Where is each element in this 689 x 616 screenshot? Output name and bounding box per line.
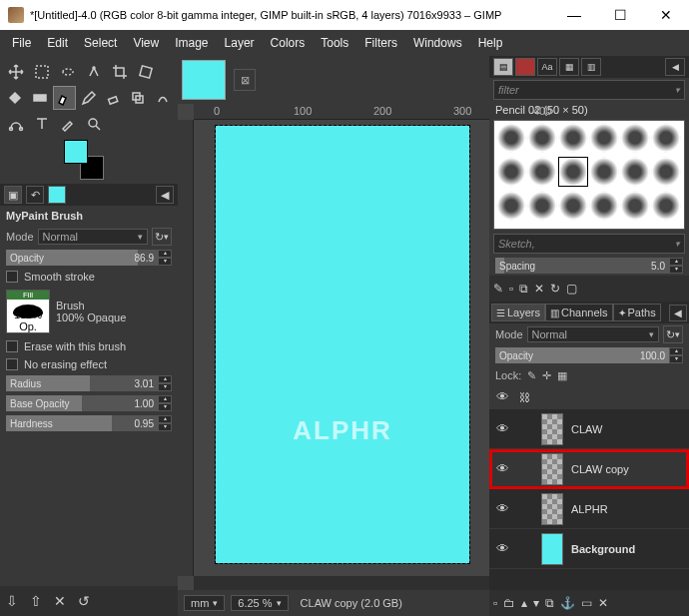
brush-cell[interactable] xyxy=(527,123,557,153)
menu-layer[interactable]: Layer xyxy=(217,32,263,54)
gradient-tool[interactable] xyxy=(29,86,52,110)
path-tool[interactable] xyxy=(4,112,28,136)
eraser-tool[interactable] xyxy=(102,86,125,110)
brush-cell[interactable] xyxy=(589,191,619,221)
brush-dock-menu[interactable]: ◀ xyxy=(665,58,685,76)
brush-cell[interactable] xyxy=(651,157,681,187)
eye-icon[interactable]: 👁 xyxy=(493,501,511,516)
layer-name[interactable]: ALPHR xyxy=(571,503,608,515)
image-tab-close[interactable]: ⊠ xyxy=(234,69,256,91)
brush-cell[interactable] xyxy=(496,157,526,187)
brush-cell[interactable] xyxy=(558,123,588,153)
brushes-tab[interactable]: ▤ xyxy=(493,58,513,76)
zoom-tool[interactable] xyxy=(82,112,106,136)
layers-dock-menu[interactable]: ◀ xyxy=(669,305,687,321)
brush-cell[interactable] xyxy=(620,191,650,221)
lock-pixels-icon[interactable]: ✎ xyxy=(527,369,536,382)
dup-layer-button[interactable]: ⧉ xyxy=(545,596,554,610)
brush-cell[interactable] xyxy=(589,157,619,187)
open-brush-button[interactable]: ▢ xyxy=(566,282,577,296)
layer-name[interactable]: CLAW copy xyxy=(571,463,629,475)
patterns-tab[interactable] xyxy=(515,58,535,76)
save-preset-button[interactable]: ⇩ xyxy=(6,593,18,609)
mode-reset-button[interactable]: ↻▾ xyxy=(152,228,172,246)
fg-color-swatch[interactable] xyxy=(64,140,88,164)
canvas[interactable]: ALPHR xyxy=(216,126,469,563)
restore-preset-button[interactable]: ⇧ xyxy=(30,593,42,609)
gradients-tab[interactable]: ▥ xyxy=(581,58,601,76)
clone-tool[interactable] xyxy=(127,86,150,110)
bucket-tool[interactable] xyxy=(4,86,27,110)
unit-select[interactable]: mm▾ xyxy=(184,595,225,611)
merge-layer-button[interactable]: ⚓ xyxy=(560,596,575,610)
spacing-slider[interactable]: Spacing5.0 xyxy=(495,258,669,274)
brush-cell[interactable] xyxy=(558,191,588,221)
text-tool[interactable] xyxy=(30,112,54,136)
layer-mode-select[interactable]: Normal▾ xyxy=(527,326,659,342)
layers-tab[interactable]: ☰Layers xyxy=(491,304,545,321)
history-tab[interactable]: ▦ xyxy=(559,58,579,76)
brush-tag-select[interactable]: Sketch,▾ xyxy=(493,234,685,254)
brush-cell[interactable] xyxy=(589,123,619,153)
menu-edit[interactable]: Edit xyxy=(39,32,76,54)
ruler-horizontal[interactable]: 0100200300400 xyxy=(194,104,489,120)
layer-name[interactable]: CLAW xyxy=(571,423,602,435)
opacity-slider[interactable]: Opacity 86.9 xyxy=(6,250,158,266)
mypaint-brush-tool[interactable] xyxy=(53,86,76,110)
del-brush-button[interactable]: ✕ xyxy=(534,282,544,296)
brush-cell[interactable] xyxy=(651,123,681,153)
minimize-button[interactable]: — xyxy=(551,0,597,30)
brush-cell[interactable] xyxy=(620,157,650,187)
fonts-tab[interactable]: Aa xyxy=(537,58,557,76)
new-brush-button[interactable]: ▫ xyxy=(509,282,513,296)
smooth-stroke-checkbox[interactable]: Smooth stroke xyxy=(0,268,178,286)
delete-layer-button[interactable]: ✕ xyxy=(598,596,608,610)
lock-position-icon[interactable]: ✛ xyxy=(542,369,551,382)
edit-brush-button[interactable]: ✎ xyxy=(493,282,503,296)
menu-file[interactable]: File xyxy=(4,32,39,54)
eye-icon[interactable]: 👁 xyxy=(493,421,511,436)
menu-tools[interactable]: Tools xyxy=(313,32,356,54)
mask-layer-button[interactable]: ▭ xyxy=(581,596,592,610)
menu-image[interactable]: Image xyxy=(167,32,216,54)
delete-preset-button[interactable]: ✕ xyxy=(54,593,66,609)
swatch-tab[interactable] xyxy=(48,186,66,204)
move-tool[interactable] xyxy=(4,60,28,84)
fuzzy-select-tool[interactable] xyxy=(82,60,106,84)
layer-name[interactable]: Background xyxy=(571,543,635,555)
rect-select-tool[interactable] xyxy=(30,60,54,84)
layer-row[interactable]: 👁ALPHR xyxy=(489,489,689,529)
opacity-spinner[interactable]: ▴▾ xyxy=(158,250,172,266)
brush-filter-input[interactable]: filter▾ xyxy=(493,80,685,100)
menu-select[interactable]: Select xyxy=(76,32,125,54)
menu-colors[interactable]: Colors xyxy=(263,32,314,54)
menu-filters[interactable]: Filters xyxy=(356,32,405,54)
new-layer-button[interactable]: ▫ xyxy=(493,596,497,610)
eye-icon[interactable]: 👁 xyxy=(493,541,511,556)
brush-preview[interactable]: Fill 100% Op. xyxy=(6,290,50,333)
crop-tool[interactable] xyxy=(108,60,132,84)
hardness-slider[interactable]: Hardness0.95 xyxy=(6,415,158,431)
brush-cell[interactable] xyxy=(527,157,557,187)
brush-cell[interactable] xyxy=(527,191,557,221)
pencil-tool[interactable] xyxy=(78,86,101,110)
brush-cell[interactable] xyxy=(651,191,681,221)
rotate-tool[interactable] xyxy=(134,60,158,84)
erase-checkbox[interactable]: Erase with this brush xyxy=(0,337,178,355)
dock-menu-button[interactable]: ◀ xyxy=(156,186,174,204)
menu-windows[interactable]: Windows xyxy=(405,32,470,54)
lock-alpha-icon[interactable]: ▦ xyxy=(557,369,567,382)
radius-slider[interactable]: Radius3.01 xyxy=(6,375,158,391)
maximize-button[interactable]: ☐ xyxy=(597,0,643,30)
layer-opacity-slider[interactable]: Opacity100.0 xyxy=(495,347,669,363)
layer-up-button[interactable]: ▴ xyxy=(521,596,527,610)
paths-tab[interactable]: ✦Paths xyxy=(613,304,661,321)
image-tab-thumb[interactable] xyxy=(182,60,226,100)
channels-tab[interactable]: ▥Channels xyxy=(545,304,612,321)
layer-row[interactable]: 👁CLAW copy xyxy=(489,449,689,489)
fg-bg-color[interactable] xyxy=(64,140,104,180)
brush-grid[interactable] xyxy=(493,120,685,230)
close-button[interactable]: ✕ xyxy=(643,0,689,30)
layer-down-button[interactable]: ▾ xyxy=(533,596,539,610)
ruler-vertical[interactable] xyxy=(178,120,194,576)
